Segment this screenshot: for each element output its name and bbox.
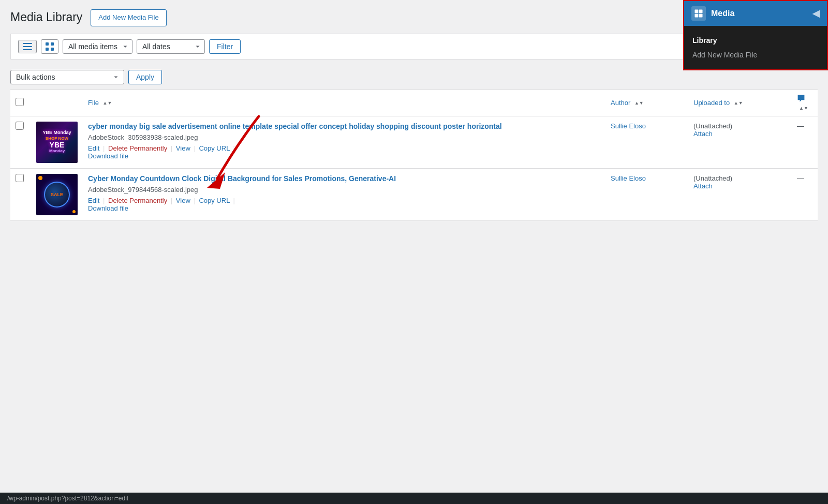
media-table: File ▲▼ Author ▲▼ Uploaded to ▲▼ ▲▼ <box>10 90 818 221</box>
apply-button[interactable]: Apply <box>128 70 162 84</box>
select-all-header <box>10 90 31 116</box>
svg-rect-8 <box>695 10 699 13</box>
file-column-header <box>31 90 83 116</box>
svg-rect-2 <box>23 49 32 50</box>
author-column-header[interactable]: Author ▲▼ <box>605 90 688 116</box>
grid-view-button[interactable] <box>41 39 58 54</box>
row1-file-info: cyber monday big sale advertisement onli… <box>83 116 605 168</box>
svg-rect-11 <box>699 14 703 18</box>
row1-comments-cell: — <box>792 116 818 168</box>
media-type-filter[interactable]: All media items Images Audio Video Docum… <box>63 39 132 54</box>
author-sort-arrows[interactable]: ▲▼ <box>634 101 644 106</box>
status-bar: /wp-admin/post.php?post=2812&action=edit <box>0 493 828 504</box>
row1-title[interactable]: cyber monday big sale advertisement onli… <box>88 122 600 132</box>
media-dropdown-title: Media <box>711 9 734 18</box>
svg-rect-0 <box>23 43 32 44</box>
svg-rect-10 <box>695 14 699 18</box>
row2-copyurl-link[interactable]: Copy URL <box>199 197 229 204</box>
date-filter[interactable]: All dates January 2024 February 2024 <box>137 39 205 54</box>
row1-check-cell <box>10 116 31 168</box>
row1-author-cell: Sullie Eloso <box>605 116 688 168</box>
media-dropdown: Media ◀ Library Add New Media File <box>683 0 828 70</box>
row1-checkbox[interactable] <box>16 122 24 130</box>
comment-sort-arrows[interactable]: ▲▼ <box>799 106 808 111</box>
row1-author-link[interactable]: Sullie Eloso <box>611 122 646 130</box>
row2-check-cell <box>10 168 31 220</box>
row2-actions: Edit | Delete Permanently | View | Copy … <box>88 197 600 212</box>
media-menu-library[interactable]: Library <box>692 33 819 48</box>
bulk-actions-select[interactable]: Bulk actions Delete Permanently <box>10 70 124 84</box>
uploaded-sort-arrows[interactable]: ▲▼ <box>734 101 743 106</box>
filter-button[interactable]: Filter <box>209 39 241 54</box>
svg-rect-3 <box>46 42 49 46</box>
row2-edit-link[interactable]: Edit <box>88 197 99 204</box>
author-col-label: Author <box>611 99 630 107</box>
row2-attach-link[interactable]: Attach <box>693 182 787 190</box>
file-col-label: File <box>88 99 99 107</box>
svg-rect-6 <box>51 48 54 51</box>
table-row: SALE Cyber Monday Countdown Clock Digita… <box>10 168 818 220</box>
table-row: SHOP NOW YBE Monday cyber monday big sal… <box>10 116 818 168</box>
row2-uploaded-status: (Unattached) <box>693 174 732 182</box>
row1-view-link[interactable]: View <box>176 144 190 152</box>
row2-thumb-cell: SALE <box>31 168 83 220</box>
media-menu-add-new[interactable]: Add New Media File <box>692 48 819 62</box>
row1-delete-link[interactable]: Delete Permanently <box>108 144 167 152</box>
svg-rect-1 <box>23 46 32 47</box>
media-dropdown-header: Media ◀ <box>684 1 827 26</box>
status-url: /wp-admin/post.php?post=2812&action=edit <box>7 495 128 502</box>
row1-edit-link[interactable]: Edit <box>88 144 99 152</box>
file-sort-arrows[interactable]: ▲▼ <box>103 101 112 106</box>
row2-view-link[interactable]: View <box>176 197 190 204</box>
row2-author-link[interactable]: Sullie Eloso <box>611 174 646 182</box>
row2-title[interactable]: Cyber Monday Countdown Clock Digital Bac… <box>88 174 600 184</box>
list-icon <box>23 43 32 50</box>
media-dropdown-body: Library Add New Media File <box>684 26 827 69</box>
row1-filename: AdobeStock_305983938-scaled.jpeg <box>88 134 600 141</box>
svg-rect-4 <box>51 42 54 46</box>
media-dropdown-arrow: ◀ <box>812 8 820 19</box>
comment-icon <box>797 96 805 104</box>
row1-copyurl-link[interactable]: Copy URL <box>199 144 229 152</box>
grid-icon <box>46 42 54 51</box>
row2-file-info: Cyber Monday Countdown Clock Digital Bac… <box>83 168 605 220</box>
row1-actions: Edit | Delete Permanently | View | Copy … <box>88 144 600 160</box>
row2-thumbnail: SALE <box>36 174 78 215</box>
select-all-checkbox[interactable] <box>16 98 24 106</box>
row1-thumbnail: SHOP NOW YBE Monday <box>36 122 78 163</box>
add-new-button[interactable]: Add New Media File <box>91 9 166 26</box>
bulk-actions-bar: Bulk actions Delete Permanently Apply <box>10 70 818 84</box>
file-label-header[interactable]: File ▲▼ <box>83 90 605 116</box>
row1-attach-link[interactable]: Attach <box>693 130 787 138</box>
page-title: Media Library <box>10 10 82 25</box>
row2-author-cell: Sullie Eloso <box>605 168 688 220</box>
row2-filename: AdobeStock_979844568-scaled.jpeg <box>88 186 600 194</box>
row1-uploaded-cell: (Unattached) Attach <box>688 116 792 168</box>
row1-download-link[interactable]: Download file <box>88 152 128 160</box>
row2-comments-cell: — <box>792 168 818 220</box>
svg-rect-5 <box>46 48 49 51</box>
row1-uploaded-status: (Unattached) <box>693 122 732 130</box>
row2-delete-link[interactable]: Delete Permanently <box>108 197 167 204</box>
media-icon <box>691 6 706 21</box>
row2-uploaded-cell: (Unattached) Attach <box>688 168 792 220</box>
row1-thumb-cell: SHOP NOW YBE Monday <box>31 116 83 168</box>
uploaded-column-header[interactable]: Uploaded to ▲▼ <box>688 90 792 116</box>
row2-download-link[interactable]: Download file <box>88 204 128 212</box>
svg-rect-9 <box>699 10 703 13</box>
uploaded-col-label: Uploaded to <box>693 99 730 107</box>
comment-column-header[interactable]: ▲▼ <box>792 90 818 116</box>
list-view-button[interactable] <box>18 40 37 53</box>
row2-checkbox[interactable] <box>16 174 24 182</box>
media-svg-icon <box>694 9 703 18</box>
